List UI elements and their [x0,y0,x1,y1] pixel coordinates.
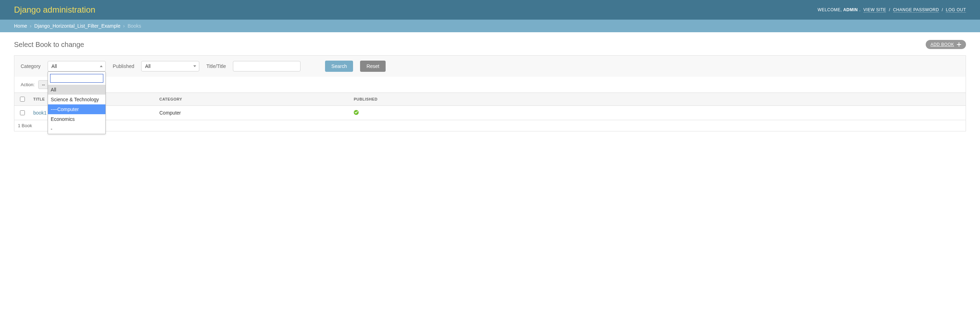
action-label: Action: [21,82,35,87]
dropdown-option[interactable]: All [48,85,105,94]
chevron-right-icon: › [123,23,125,29]
row-title-link[interactable]: book1 [33,110,46,116]
table-row: book1Computer [14,106,966,120]
welcome-text: WELCOME, [818,7,842,12]
dropdown-search-input[interactable] [50,74,103,83]
dropdown-option[interactable]: - [48,124,105,134]
chevron-right-icon: › [30,23,32,29]
select-all-checkbox[interactable] [20,97,25,102]
results-table: TITLE CATEGORY PUBLISHED book1Computer 1… [14,93,966,131]
row-category: Computer [156,106,350,120]
chevron-down-icon [193,65,196,67]
published-filter-label: Published [113,64,135,69]
search-button[interactable]: Search [325,61,353,72]
separator: / [889,7,890,12]
site-title[interactable]: Django administration [14,5,95,15]
chevron-up-icon [100,65,103,67]
separator: / [942,7,943,12]
view-site-link[interactable]: VIEW SITE [863,7,886,13]
col-published[interactable]: PUBLISHED [350,93,966,106]
published-filter-value: All [145,64,151,69]
filter-bar: Category All Published All Title/Title S… [14,55,966,77]
title-filter-input[interactable] [233,61,301,72]
dropdown-option[interactable]: Science & Technology [48,94,105,104]
user-tools: WELCOME, ADMIN. VIEW SITE / CHANGE PASSW… [818,7,966,12]
separator: . [859,7,861,12]
row-published [350,106,966,120]
add-book-label: ADD BOOK [931,42,954,47]
change-password-link[interactable]: CHANGE PASSWORD [893,7,939,13]
row-checkbox[interactable] [20,110,25,115]
published-filter-select[interactable]: All [141,61,199,72]
page-title: Select Book to change [14,41,84,49]
breadcrumb-current: Books [127,23,141,29]
category-filter-select[interactable]: All [48,61,106,72]
breadcrumb-app[interactable]: Django_Horizontal_List_Filter_Example [34,23,121,29]
dropdown-options: AllScience & Technology----ComputerEcono… [48,85,105,134]
dropdown-option[interactable]: Economics [48,114,105,124]
title-filter-label: Title/Title [206,64,226,69]
category-filter-value: All [51,64,57,69]
plus-icon [957,42,961,46]
check-icon [354,110,359,115]
breadcrumb-home[interactable]: Home [14,23,27,29]
category-dropdown[interactable]: AllScience & Technology----ComputerEcono… [48,72,106,134]
category-filter-label: Category [21,64,41,69]
actions-bar: Action: -- Go 0 of 1 selected [14,77,966,93]
paginator: 1 Book [14,120,966,131]
dropdown-option[interactable]: ----Computer [48,104,105,114]
add-book-button[interactable]: ADD BOOK [926,40,966,49]
reset-button[interactable]: Reset [360,61,386,72]
username: ADMIN [843,7,858,12]
col-category[interactable]: CATEGORY [156,93,350,106]
logout-link[interactable]: LOG OUT [946,7,966,13]
breadcrumb: Home › Django_Horizontal_List_Filter_Exa… [0,20,980,32]
